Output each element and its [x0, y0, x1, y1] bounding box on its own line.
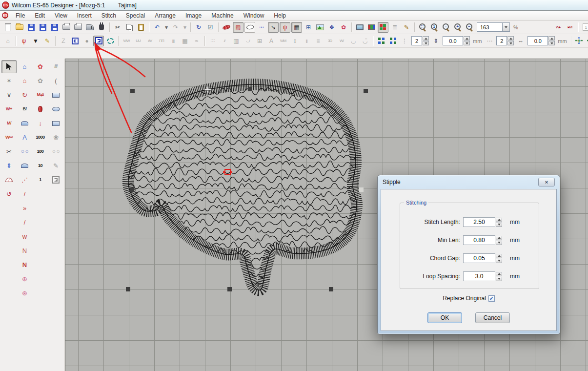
- program-split-button[interactable]: //: [219, 36, 230, 46]
- arc-tool[interactable]: (: [48, 74, 63, 87]
- menu-image[interactable]: Image: [181, 11, 206, 20]
- min-len-input[interactable]: [463, 235, 495, 245]
- redo-dropdown[interactable]: ▾: [182, 22, 188, 33]
- menu-insert[interactable]: Insert: [72, 11, 97, 20]
- col-spacing-icon[interactable]: ⇔: [515, 36, 526, 46]
- column-satin-tool[interactable]: N: [17, 258, 32, 271]
- select-tool[interactable]: [1, 60, 17, 73]
- menu-edit[interactable]: Edit: [30, 11, 50, 20]
- stitch-direction-tool[interactable]: ⇕: [1, 159, 17, 172]
- save-button[interactable]: [26, 22, 37, 33]
- layers-button[interactable]: ≡: [313, 36, 324, 46]
- color-object-list-button[interactable]: [378, 22, 388, 33]
- satin-stitch-button[interactable]: WW: [121, 36, 132, 46]
- curved-fill-button[interactable]: ◡/: [243, 36, 253, 46]
- show-penetrations-button[interactable]: ψ: [280, 22, 290, 33]
- fence-fill-button[interactable]: ▥: [231, 36, 242, 46]
- row-spacing-spinner[interactable]: [443, 36, 463, 45]
- zigzag-run-tool[interactable]: M⇄: [33, 88, 48, 102]
- column-outline-tool[interactable]: N: [17, 244, 32, 257]
- e-stitch-button[interactable]: ΠΠ: [156, 36, 167, 46]
- selection-handle[interactable]: [248, 87, 252, 91]
- people-tool[interactable]: ☺☺: [48, 145, 63, 158]
- tatami-stitch-button[interactable]: UU: [133, 36, 143, 46]
- dim-artwork-button[interactable]: ❖: [326, 22, 337, 33]
- thread-colors-button[interactable]: [366, 22, 377, 33]
- corner-shape-tool[interactable]: [48, 88, 63, 102]
- contour-a-button[interactable]: ◡: [348, 36, 359, 46]
- run-stitch-tool[interactable]: ⋰: [17, 173, 32, 186]
- bracket-fill-button[interactable]: [˚]: [289, 36, 300, 46]
- cut-button[interactable]: ✂: [112, 22, 123, 33]
- reshape-tool[interactable]: ⌂: [17, 60, 32, 73]
- motif-edit-tool[interactable]: ✿: [33, 74, 48, 87]
- selection-handle[interactable]: [364, 89, 368, 93]
- lettering-tool[interactable]: A: [17, 131, 32, 144]
- add-node-button[interactable]: ✎: [42, 36, 53, 46]
- undo-dropdown[interactable]: ▾: [163, 22, 169, 33]
- options-button[interactable]: ☑: [205, 22, 216, 33]
- chord-gap-input[interactable]: [463, 253, 495, 263]
- menu-file[interactable]: File: [11, 11, 30, 20]
- needle-down-tool[interactable]: ↓: [33, 117, 48, 130]
- row-spacing-spinner-down[interactable]: [464, 41, 470, 45]
- menu-view[interactable]: View: [50, 11, 72, 20]
- row-spacing-spinner-up[interactable]: [464, 36, 470, 41]
- send-to-machine-button[interactable]: [84, 22, 95, 33]
- kaleidoscope-2-button[interactable]: [586, 36, 588, 46]
- zoom-box-button[interactable]: ▫: [441, 22, 451, 33]
- replace-original-checkbox[interactable]: ✓: [488, 295, 495, 302]
- auto-digitize-button[interactable]: Z: [58, 36, 69, 46]
- mw-tool[interactable]: M/: [1, 117, 17, 130]
- reshape-object-tool[interactable]: ⌂: [17, 74, 32, 87]
- remove-overlap-tool[interactable]: B/: [17, 103, 32, 116]
- zoom-combo-dropdown[interactable]: [502, 22, 510, 32]
- print-preview-button[interactable]: [73, 22, 83, 33]
- stitch-list-button[interactable]: ≣: [389, 22, 400, 33]
- outline-offset-button[interactable]: [70, 36, 81, 46]
- col-spacing-spinner[interactable]: [527, 36, 548, 45]
- spacing-100-tool[interactable]: 100: [33, 145, 48, 158]
- radial-fill-tool[interactable]: ⊛: [17, 287, 32, 300]
- trueview-button[interactable]: ▨: [233, 22, 243, 33]
- selection-handle[interactable]: [130, 89, 135, 93]
- dialog-close-button[interactable]: ×: [538, 178, 555, 186]
- sculpture-run-tool[interactable]: w: [17, 230, 32, 243]
- rows-spinner-down[interactable]: [423, 41, 429, 45]
- wm-zigzag-button[interactable]: WM: [278, 36, 288, 46]
- insert-motif-tool[interactable]: ✿: [33, 60, 48, 73]
- show-grid-button[interactable]: ▦: [291, 22, 302, 33]
- menu-stitch[interactable]: Stitch: [97, 11, 121, 20]
- hoop-layout-1-button[interactable]: 1: [581, 22, 588, 33]
- single-run-tool[interactable]: /: [17, 216, 32, 229]
- show-bitmap-button[interactable]: ✿: [338, 22, 349, 33]
- wm-run-tool[interactable]: W+: [1, 103, 17, 116]
- stipple-fill-tool[interactable]: [48, 173, 63, 186]
- zoom-level-combo[interactable]: [477, 22, 502, 32]
- print-button[interactable]: [61, 22, 72, 33]
- vessel-tool[interactable]: [33, 103, 48, 116]
- monogram-tool[interactable]: ❀: [48, 131, 63, 144]
- fan-tool[interactable]: [1, 173, 17, 186]
- line-fill2-button[interactable]: |||: [301, 36, 312, 46]
- show-needle-points-button[interactable]: ∷∷: [256, 22, 267, 33]
- triple-run-tool[interactable]: »: [17, 202, 32, 215]
- zoom-fit-button[interactable]: ∷: [417, 22, 428, 33]
- rows-spinner-up[interactable]: [423, 36, 429, 41]
- show-connectors-button[interactable]: ↘: [268, 22, 279, 33]
- selection-handle[interactable]: [227, 287, 232, 291]
- selection-handle[interactable]: [329, 287, 333, 291]
- mirror-vertical-button[interactable]: [387, 36, 398, 46]
- zigzag-stitch-button[interactable]: AV: [144, 36, 155, 46]
- wave-fill-button[interactable]: ≈: [191, 36, 202, 46]
- spacing-10-tool[interactable]: 10: [33, 159, 48, 172]
- columns-spinner-up[interactable]: [507, 36, 514, 41]
- row-spacing-icon[interactable]: ⇕: [430, 36, 441, 46]
- dome-nodes-tool[interactable]: [17, 159, 32, 172]
- menu-arrange[interactable]: Arrange: [150, 11, 181, 20]
- team-names-tool[interactable]: ☺☺: [17, 145, 32, 158]
- grid-fill-button[interactable]: ▦: [180, 36, 190, 46]
- feather-stitch-button[interactable]: A: [266, 36, 277, 46]
- 3d-effect-button[interactable]: 3D: [324, 36, 335, 46]
- trim-outline-button[interactable]: [105, 36, 116, 46]
